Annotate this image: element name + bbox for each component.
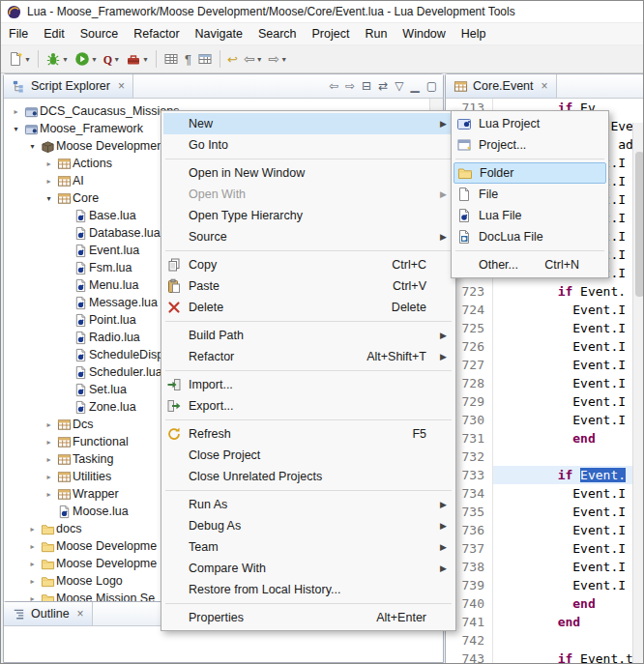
last-edit-location-button[interactable]: ↩ <box>224 45 241 72</box>
tree-item-label: Point.lua <box>89 313 136 327</box>
tree-item-label: Utilities <box>73 470 111 483</box>
minimize-icon[interactable]: ▁ <box>408 78 421 94</box>
chevron-right-icon[interactable]: ▸ <box>26 525 39 534</box>
forward-button[interactable]: ⇨▼ <box>266 45 291 72</box>
chevron-right-icon[interactable]: ▸ <box>43 473 55 481</box>
chevron-right-icon[interactable]: ▸ <box>43 177 55 186</box>
external-tools-button[interactable]: ▼ <box>123 45 152 72</box>
menubar-search[interactable]: Search <box>250 24 305 43</box>
close-icon[interactable]: × <box>77 607 84 621</box>
back-button[interactable]: ⇦▼ <box>241 45 266 72</box>
link-with-editor-icon[interactable]: ⇄ <box>376 78 390 94</box>
context-menu-item-source[interactable]: Source▶ <box>163 226 454 247</box>
editor-scrollbar[interactable] <box>632 123 644 664</box>
context-menu-item-open-type-hierarchy[interactable]: Open Type Hierarchy <box>163 205 454 226</box>
menu-item-label: Lua File <box>475 209 521 222</box>
forward-arrow-icon[interactable]: ⇨ <box>343 78 357 94</box>
chevron-down-icon[interactable]: ▾ <box>10 125 22 133</box>
submenu-item-lua-file[interactable]: Lua File <box>454 205 606 226</box>
outline-toggle-button[interactable] <box>194 45 216 72</box>
chevron-right-icon[interactable]: ▸ <box>10 107 22 116</box>
editor-scrollbar-thumb[interactable] <box>635 152 644 297</box>
code-line-737: 737 Event.I <box>446 539 644 558</box>
tab-core-event[interactable]: Core.Event × <box>446 74 557 98</box>
context-menu-item-close-unrelated-projects[interactable]: Close Unrelated Projects <box>163 466 454 487</box>
chevron-right-icon[interactable]: ▸ <box>43 420 55 429</box>
submenu-item-lua-project[interactable]: Lua Project <box>454 113 606 134</box>
menubar-edit[interactable]: Edit <box>36 24 73 43</box>
chevron-right-icon[interactable]: ▸ <box>43 438 55 447</box>
chevron-right-icon[interactable]: ▸ <box>26 577 39 586</box>
submenu-item-other[interactable]: Other...Ctrl+N <box>454 254 606 275</box>
submenu-item-project[interactable]: Project... <box>454 134 606 156</box>
chevron-right-icon[interactable]: ▸ <box>43 490 55 499</box>
format-button[interactable]: ¶ <box>182 45 194 72</box>
menu-item-label: Open Type Hierarchy <box>185 209 303 222</box>
menubar-file[interactable]: File <box>1 24 36 43</box>
menubar-navigate[interactable]: Navigate <box>188 24 250 43</box>
dropdown-caret-icon[interactable]: ▼ <box>113 56 120 63</box>
context-menu-item-restore-from-local-history[interactable]: Restore from Local History... <box>163 579 454 600</box>
menu-item-shortcut: Alt+Enter <box>376 611 440 624</box>
context-menu-item-properties[interactable]: PropertiesAlt+Enter <box>163 607 454 628</box>
context-menu-item-paste[interactable]: PasteCtrl+V <box>163 275 454 297</box>
coverage-button[interactable]: Q▼ <box>101 45 123 72</box>
lua-doc-button[interactable] <box>161 45 182 72</box>
chevron-right-icon[interactable]: ▸ <box>26 560 39 568</box>
context-menu-item-refresh[interactable]: RefreshF5 <box>163 423 454 445</box>
context-menu-item-build-path[interactable]: Build Path▶ <box>163 325 454 346</box>
submenu-item-folder[interactable]: Folder <box>454 162 606 184</box>
context-menu-item-compare-with[interactable]: Compare With▶ <box>163 558 454 579</box>
context-menu-item-new[interactable]: New▶ <box>163 113 454 134</box>
context-menu-item-import[interactable]: Import... <box>163 374 454 395</box>
dropdown-caret-icon[interactable]: ▼ <box>256 56 263 63</box>
dropdown-caret-icon[interactable]: ▼ <box>280 56 287 63</box>
chevron-down-icon[interactable]: ▾ <box>26 142 39 151</box>
context-menu-item-export[interactable]: Export... <box>163 395 454 417</box>
menu-item-shortcut: Alt+Shift+T <box>366 350 440 363</box>
context-menu-item-open-in-new-window[interactable]: Open in New Window <box>163 162 454 184</box>
context-menu-item-go-into[interactable]: Go Into <box>163 134 454 156</box>
new-wizard-button[interactable]: ▼ <box>5 45 34 72</box>
submenu-item-doclua-file[interactable]: DocLua File <box>454 226 606 247</box>
context-menu-item-team[interactable]: Team▶ <box>163 536 454 558</box>
back-arrow-icon[interactable]: ⇦ <box>327 78 340 94</box>
collapse-all-icon[interactable]: ⊟ <box>360 78 373 94</box>
tab-script-explorer[interactable]: Script Explorer × <box>4 74 133 98</box>
close-icon[interactable]: × <box>118 79 125 93</box>
context-menu-item-copy[interactable]: CopyCtrl+C <box>163 254 454 275</box>
dropdown-caret-icon[interactable]: ▼ <box>62 56 69 63</box>
chevron-down-icon[interactable]: ▾ <box>43 194 55 203</box>
run-button[interactable]: ▼ <box>72 45 101 72</box>
tab-outline[interactable]: Outline × <box>4 602 93 625</box>
maximize-icon[interactable]: ▢ <box>424 78 439 94</box>
module-icon <box>55 470 73 484</box>
close-icon[interactable]: × <box>542 79 548 93</box>
view-menu-icon[interactable]: ▽ <box>393 78 405 94</box>
chevron-right-icon[interactable]: ▸ <box>43 159 55 168</box>
menubar-source[interactable]: Source <box>73 24 127 43</box>
context-menu-item-refactor[interactable]: RefactorAlt+Shift+T▶ <box>163 346 454 367</box>
chevron-right-icon[interactable]: ▸ <box>43 455 55 464</box>
dropdown-caret-icon[interactable]: ▼ <box>91 56 98 63</box>
debug-button[interactable]: ▼ <box>43 45 72 72</box>
code-text: Event.I <box>493 392 644 411</box>
menu-item-label: Refresh <box>185 427 231 441</box>
context-menu-item-open-with: Open With▶ <box>163 184 454 205</box>
dropdown-caret-icon[interactable]: ▼ <box>24 56 31 63</box>
context-menu-item-close-project[interactable]: Close Project <box>163 445 454 466</box>
menubar-run[interactable]: Run <box>357 24 395 43</box>
context-menu-item-debug-as[interactable]: Debug As▶ <box>163 515 454 536</box>
submenu-item-file[interactable]: File <box>454 184 606 205</box>
menubar-project[interactable]: Project <box>305 24 358 43</box>
menu-item-shortcut: Ctrl+C <box>392 258 440 272</box>
folder-icon <box>39 557 56 571</box>
menubar-help[interactable]: Help <box>454 24 494 43</box>
menubar-refactor[interactable]: Refactor <box>126 24 187 43</box>
context-menu-item-run-as[interactable]: Run As▶ <box>163 494 454 515</box>
dropdown-caret-icon[interactable]: ▼ <box>142 56 149 63</box>
context-menu-item-delete[interactable]: DeleteDelete <box>163 297 454 318</box>
menubar-window[interactable]: Window <box>395 24 453 43</box>
folder-icon <box>39 574 56 589</box>
chevron-right-icon[interactable]: ▸ <box>26 542 39 551</box>
